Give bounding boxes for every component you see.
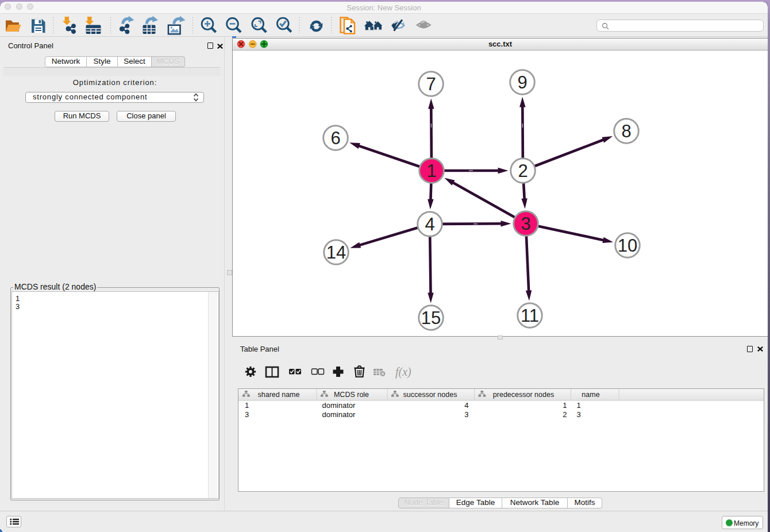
svg-text:6: 6 xyxy=(330,128,340,148)
svg-text:1: 1 xyxy=(426,161,436,181)
svg-text:1: 1 xyxy=(563,401,567,410)
svg-text:shared name: shared name xyxy=(258,391,300,399)
svg-text:3: 3 xyxy=(245,410,249,419)
svg-text:MCDS role: MCDS role xyxy=(334,391,369,399)
svg-text:1: 1 xyxy=(577,401,581,410)
svg-text:7: 7 xyxy=(426,74,436,94)
svg-text:2: 2 xyxy=(563,410,567,419)
svg-text:9: 9 xyxy=(517,72,527,92)
svg-text:3: 3 xyxy=(577,410,581,419)
svg-text:14: 14 xyxy=(326,242,346,263)
svg-text:15: 15 xyxy=(421,308,441,328)
svg-text:3: 3 xyxy=(521,214,530,234)
svg-text:successor nodes: successor nodes xyxy=(403,391,457,399)
svg-text:predecessor nodes: predecessor nodes xyxy=(493,391,554,399)
svg-text:1: 1 xyxy=(245,401,249,410)
svg-text:dominator: dominator xyxy=(322,410,356,419)
svg-text:11: 11 xyxy=(521,306,539,326)
svg-text:dominator: dominator xyxy=(322,401,356,410)
svg-text:4: 4 xyxy=(425,214,434,234)
svg-text:8: 8 xyxy=(621,121,631,141)
svg-text:10: 10 xyxy=(618,236,637,256)
svg-text:f(x): f(x) xyxy=(395,365,411,379)
svg-text:name: name xyxy=(582,391,599,399)
svg-text:2: 2 xyxy=(518,161,528,181)
svg-text:3: 3 xyxy=(464,410,468,419)
svg-text:4: 4 xyxy=(464,401,468,410)
